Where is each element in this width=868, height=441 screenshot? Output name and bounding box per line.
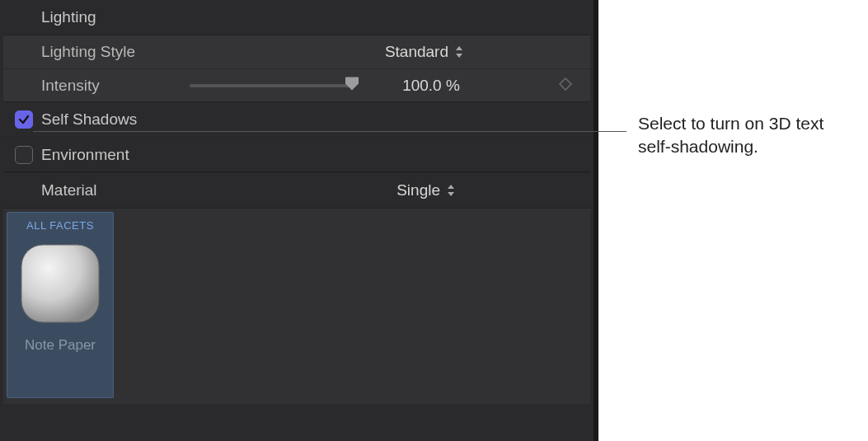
environment-label: Environment xyxy=(41,146,129,164)
material-mode-value: Single xyxy=(396,181,440,199)
svg-rect-0 xyxy=(21,245,99,322)
material-well: ALL FACETS Note Pap xyxy=(3,208,590,404)
lighting-style-label: Lighting Style xyxy=(41,43,190,61)
section-label: Lighting xyxy=(41,8,96,26)
environment-checkbox[interactable] xyxy=(15,146,33,164)
self-shadows-label: Self Shadows xyxy=(41,110,137,129)
slider-thumb-icon[interactable] xyxy=(345,76,359,95)
popup-arrows-icon xyxy=(447,185,455,196)
material-preset-name: Note Paper xyxy=(25,337,96,354)
keyframe-diamond-icon[interactable] xyxy=(559,77,572,95)
environment-row[interactable]: Environment xyxy=(3,137,590,171)
intensity-row: Intensity 100.0 % xyxy=(3,68,590,101)
callout-text: Select to turn on 3D text self-shadowing… xyxy=(638,112,861,159)
material-section-header: Material Single xyxy=(3,171,590,208)
facet-header-label: ALL FACETS xyxy=(26,219,94,232)
callout-leader-line xyxy=(33,131,626,132)
intensity-slider[interactable] xyxy=(190,84,354,87)
lighting-style-row: Lighting Style Standard xyxy=(3,35,590,68)
material-facet-card[interactable]: ALL FACETS Note Pap xyxy=(7,212,114,398)
lighting-style-popup[interactable]: Standard xyxy=(190,43,579,61)
material-mode-popup[interactable]: Single xyxy=(97,181,579,199)
lighting-style-value: Standard xyxy=(385,43,448,61)
lighting-section-header: Lighting xyxy=(3,0,590,35)
material-thumbnail-icon xyxy=(16,240,104,327)
self-shadows-checkbox[interactable] xyxy=(15,110,33,129)
material-label: Material xyxy=(41,181,97,199)
intensity-value[interactable]: 100.0 % xyxy=(386,77,476,95)
inspector-panel: Lighting Lighting Style Standard Intensi… xyxy=(0,0,598,441)
popup-arrows-icon xyxy=(455,46,463,58)
intensity-label: Intensity xyxy=(41,77,190,95)
lighting-rows: Lighting Style Standard Intensity xyxy=(3,35,590,102)
